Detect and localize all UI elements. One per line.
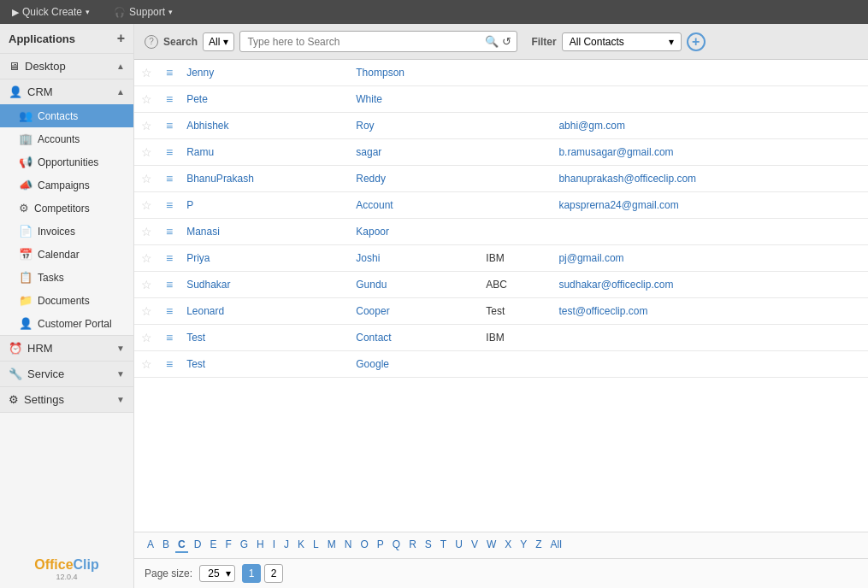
alpha-letter-f[interactable]: F (222, 538, 233, 553)
star-icon[interactable]: ☆ (141, 145, 152, 159)
sidebar-item-tasks[interactable]: 📋 Tasks (0, 266, 133, 289)
lines-cell[interactable]: ≡ (159, 113, 180, 139)
help-icon[interactable]: ? (145, 35, 158, 49)
contact-email[interactable]: kapsprerna24@gmail.com (552, 192, 868, 219)
star-icon[interactable]: ☆ (141, 304, 152, 318)
alpha-letter-a[interactable]: A (145, 538, 156, 553)
lines-cell[interactable]: ≡ (159, 139, 180, 166)
star-cell[interactable]: ☆ (134, 325, 159, 351)
search-type-select[interactable]: All ▾ (203, 32, 234, 51)
add-filter-button[interactable]: + (687, 32, 706, 51)
alpha-letter-p[interactable]: P (375, 538, 387, 553)
contact-email[interactable]: bhanuprakash@officeclip.com (552, 166, 868, 192)
alpha-letter-y[interactable]: Y (517, 538, 529, 553)
lines-cell[interactable]: ≡ (159, 192, 180, 219)
contact-first-name[interactable]: Test (180, 325, 349, 351)
alpha-letter-o[interactable]: O (357, 538, 370, 553)
star-cell[interactable]: ☆ (134, 113, 159, 139)
sidebar-section-service-header[interactable]: 🔧 Service ▼ (0, 362, 133, 386)
lines-icon[interactable]: ≡ (166, 172, 173, 185)
star-icon[interactable]: ☆ (141, 251, 152, 265)
page-number-1[interactable]: 1 (242, 564, 261, 583)
contact-first-name[interactable]: Priya (180, 245, 349, 272)
contact-email[interactable] (552, 219, 868, 245)
sidebar-section-desktop-header[interactable]: 🖥 Desktop ▲ (0, 54, 133, 79)
lines-icon[interactable]: ≡ (166, 357, 173, 371)
contact-first-name[interactable]: Sudhakar (180, 272, 349, 298)
star-cell[interactable]: ☆ (134, 139, 159, 166)
star-cell[interactable]: ☆ (134, 351, 159, 378)
alpha-letter-r[interactable]: R (406, 538, 419, 553)
star-icon[interactable]: ☆ (141, 225, 152, 238)
alpha-letter-x[interactable]: X (502, 538, 514, 553)
alpha-letter-u[interactable]: U (452, 538, 465, 553)
contact-last-name[interactable]: White (349, 86, 479, 113)
star-cell[interactable]: ☆ (134, 219, 159, 245)
contact-last-name[interactable]: Google (349, 351, 479, 378)
contact-first-name[interactable]: Jenny (180, 60, 349, 86)
contact-first-name[interactable]: BhanuPrakash (180, 166, 349, 192)
search-input[interactable] (244, 34, 483, 50)
contact-email[interactable] (552, 60, 868, 86)
contact-email[interactable]: b.ramusagar@gmail.com (552, 139, 868, 166)
sidebar-item-customer-portal[interactable]: 👤 Customer Portal (0, 312, 133, 335)
alpha-letter-s[interactable]: S (422, 538, 434, 553)
search-clear-button[interactable]: ↺ (500, 33, 513, 50)
alpha-letter-m[interactable]: M (325, 538, 339, 553)
sidebar-item-opportunities[interactable]: 📢 Opportunities (0, 150, 133, 173)
contact-first-name[interactable]: Manasi (180, 219, 349, 245)
star-cell[interactable]: ☆ (134, 86, 159, 113)
contact-last-name[interactable]: Contact (349, 325, 479, 351)
sidebar-section-crm-header[interactable]: 👤 CRM ▲ (0, 79, 133, 104)
sidebar-item-invoices[interactable]: 📄 Invoices (0, 220, 133, 243)
sidebar-item-competitors[interactable]: ⚙ Competitors (0, 197, 133, 220)
star-icon[interactable]: ☆ (141, 172, 152, 185)
lines-icon[interactable]: ≡ (166, 331, 173, 344)
contact-email[interactable]: sudhakar@officeclip.com (552, 272, 868, 298)
contact-first-name[interactable]: P (180, 192, 349, 219)
alpha-letter-b[interactable]: B (160, 538, 172, 553)
alpha-letter-j[interactable]: J (281, 538, 292, 553)
lines-icon[interactable]: ≡ (166, 251, 173, 265)
lines-icon[interactable]: ≡ (166, 119, 173, 132)
support-button[interactable]: 🎧 Support ▾ (109, 4, 178, 20)
page-number-2[interactable]: 2 (264, 564, 283, 583)
lines-cell[interactable]: ≡ (159, 166, 180, 192)
lines-cell[interactable]: ≡ (159, 351, 180, 378)
sidebar-item-accounts[interactable]: 🏢 Accounts (0, 127, 133, 150)
star-cell[interactable]: ☆ (134, 272, 159, 298)
contact-last-name[interactable]: Account (349, 192, 479, 219)
quick-create-button[interactable]: ▶ Quick Create ▾ (7, 4, 95, 20)
sidebar-item-contacts[interactable]: 👥 Contacts (0, 104, 133, 127)
lines-icon[interactable]: ≡ (166, 145, 173, 159)
alpha-letter-w[interactable]: W (484, 538, 499, 553)
star-cell[interactable]: ☆ (134, 298, 159, 325)
contact-last-name[interactable]: Joshi (349, 245, 479, 272)
lines-icon[interactable]: ≡ (166, 92, 173, 106)
star-icon[interactable]: ☆ (141, 119, 152, 132)
contact-first-name[interactable]: Leonard (180, 298, 349, 325)
page-size-select[interactable]: 25 ▾ (199, 565, 235, 582)
sidebar-item-documents[interactable]: 📁 Documents (0, 289, 133, 312)
alpha-letter-q[interactable]: Q (390, 538, 403, 553)
star-icon[interactable]: ☆ (141, 331, 152, 344)
alpha-letter-c[interactable]: C (175, 538, 188, 553)
contact-last-name[interactable]: Thompson (349, 60, 479, 86)
star-cell[interactable]: ☆ (134, 60, 159, 86)
star-cell[interactable]: ☆ (134, 166, 159, 192)
lines-cell[interactable]: ≡ (159, 298, 180, 325)
alpha-letter-h[interactable]: H (254, 538, 267, 553)
contact-first-name[interactable]: Test (180, 351, 349, 378)
lines-icon[interactable]: ≡ (166, 304, 173, 318)
contact-email[interactable] (552, 86, 868, 113)
sidebar-item-calendar[interactable]: 📅 Calendar (0, 243, 133, 266)
contact-email[interactable]: abhi@gm.com (552, 113, 868, 139)
lines-cell[interactable]: ≡ (159, 325, 180, 351)
alpha-letter-k[interactable]: K (295, 538, 307, 553)
alpha-letter-v[interactable]: V (469, 538, 481, 553)
contact-first-name[interactable]: Abhishek (180, 113, 349, 139)
alpha-letter-t[interactable]: T (438, 538, 449, 553)
star-icon[interactable]: ☆ (141, 92, 152, 106)
alpha-letter-n[interactable]: N (342, 538, 355, 553)
lines-icon[interactable]: ≡ (166, 278, 173, 291)
